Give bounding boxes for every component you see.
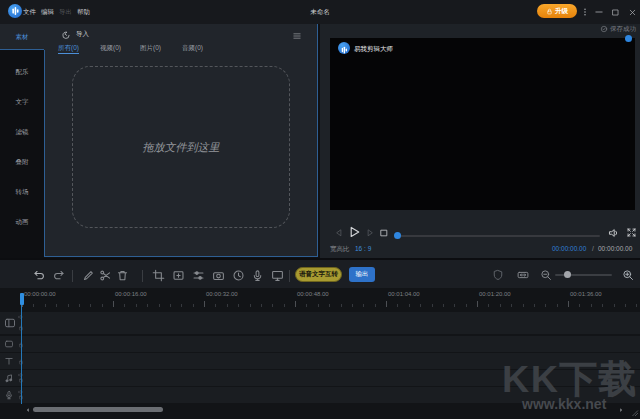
- duration-button[interactable]: [232, 269, 245, 282]
- playhead-line: [21, 305, 22, 404]
- ruler-tick: [68, 304, 69, 307]
- ruler-tick: [568, 301, 569, 307]
- import-button[interactable]: 导入: [76, 28, 89, 40]
- dropzone[interactable]: 拖放文件到这里: [72, 66, 290, 228]
- edit-button[interactable]: [82, 269, 95, 282]
- media-tab-1[interactable]: 所有(0): [58, 43, 79, 54]
- ruler-tick: [409, 304, 410, 307]
- resize-grip-icon[interactable]: [629, 407, 639, 417]
- redo-button[interactable]: [52, 269, 65, 282]
- record-screen-button[interactable]: [271, 269, 284, 282]
- undo-button[interactable]: [33, 269, 46, 282]
- shield-button[interactable]: [492, 269, 504, 281]
- zoom-button[interactable]: [172, 269, 185, 282]
- timeline: 00:00:00.0000:00:16.0000:00:32.0000:00:4…: [0, 288, 640, 419]
- ruler-tick: [545, 304, 546, 307]
- ruler-tick: [443, 304, 444, 307]
- ruler-tick: [90, 304, 91, 307]
- preview-logo-icon: [338, 42, 350, 54]
- seek-handle[interactable]: [394, 232, 401, 239]
- next-frame-icon[interactable]: [365, 228, 375, 238]
- media-tab-4[interactable]: 音频(0): [182, 43, 203, 54]
- minimize-icon[interactable]: [593, 0, 605, 24]
- upgrade-button[interactable]: 升级: [537, 4, 577, 18]
- seek-bar[interactable]: [395, 235, 600, 237]
- fullscreen-icon[interactable]: [626, 227, 637, 238]
- crop-button[interactable]: [152, 269, 165, 282]
- zoom-in-button[interactable]: [622, 269, 634, 281]
- close-icon[interactable]: [626, 0, 638, 24]
- sidebar-item-6[interactable]: 转场: [0, 187, 44, 196]
- ruler-tick: [397, 304, 398, 307]
- ruler-tick: [147, 304, 148, 307]
- speech-text-button[interactable]: 语音文字互转: [295, 267, 342, 282]
- resize-handle-dot[interactable]: [625, 35, 632, 42]
- ruler-label: 00:01:36.00: [570, 291, 602, 297]
- ruler-tick: [557, 304, 558, 307]
- menu-1[interactable]: 文件: [23, 0, 36, 24]
- sidebar-item-2[interactable]: 配乐: [0, 67, 44, 76]
- ruler-tick: [454, 304, 455, 307]
- ruler-tick: [33, 304, 34, 307]
- preview-logo-text: 易我剪辑大师: [354, 45, 393, 54]
- ruler-tick: [636, 304, 637, 307]
- sidebar-item-4[interactable]: 滤镜: [0, 127, 44, 136]
- menu-3: 导出: [59, 0, 72, 24]
- play-icon[interactable]: [347, 225, 361, 239]
- more-menu-icon[interactable]: [580, 0, 590, 24]
- adjust-button[interactable]: [192, 269, 205, 282]
- lock-icon: [546, 8, 553, 15]
- scrollbar-thumb[interactable]: [33, 407, 163, 412]
- time-current: 00:00:00.00: [552, 244, 586, 254]
- ruler-tick: [363, 304, 364, 307]
- fit-timeline-button[interactable]: [517, 269, 529, 281]
- list-view-icon[interactable]: [292, 31, 302, 41]
- voiceover-button[interactable]: [251, 269, 264, 282]
- ruler-tick: [124, 304, 125, 307]
- delete-button[interactable]: [116, 269, 129, 282]
- export-button[interactable]: 输出: [349, 267, 375, 282]
- save-status: 保存成功: [600, 24, 636, 34]
- sidebar-item-1[interactable]: 素材: [0, 24, 44, 50]
- ruler-tick: [466, 304, 467, 307]
- media-tab-3[interactable]: 图片(0): [140, 43, 161, 54]
- voiceover-track-icon: [4, 390, 14, 400]
- ruler-tick: [170, 304, 171, 307]
- sidebar-item-3[interactable]: 文字: [0, 97, 44, 106]
- ruler-tick: [534, 304, 535, 307]
- prev-frame-icon[interactable]: [334, 228, 344, 238]
- aspect-ratio-value[interactable]: 16 : 9: [355, 244, 371, 254]
- media-tab-2[interactable]: 视频(0): [100, 43, 121, 54]
- volume-icon[interactable]: [608, 227, 620, 239]
- scroll-left-icon[interactable]: [25, 407, 31, 413]
- ruler-tick: [488, 304, 489, 307]
- scroll-right-icon[interactable]: [618, 407, 624, 413]
- ruler-tick: [284, 304, 285, 307]
- ruler-tick: [204, 301, 205, 307]
- sidebar-item-5[interactable]: 叠附: [0, 157, 44, 166]
- split-button[interactable]: [99, 269, 112, 282]
- time-total: 00:00:00.00: [598, 244, 632, 254]
- ruler-tick: [375, 304, 376, 307]
- time-separator: /: [592, 244, 594, 254]
- dropzone-text: 拖放文件到这里: [143, 140, 220, 155]
- video-track-icon: [4, 317, 16, 329]
- ruler-tick: [45, 304, 46, 307]
- stop-icon[interactable]: [379, 228, 389, 238]
- snapshot-button[interactable]: [212, 269, 225, 282]
- ruler-tick: [215, 304, 216, 307]
- ruler-label: 00:01:04.00: [388, 291, 420, 297]
- music-track-icon: [4, 373, 14, 383]
- maximize-icon[interactable]: [609, 0, 621, 24]
- video-track[interactable]: [0, 312, 640, 334]
- video-preview[interactable]: 易我剪辑大师: [330, 38, 635, 210]
- pip-track[interactable]: [0, 336, 640, 352]
- menu-2[interactable]: 编辑: [41, 0, 54, 24]
- playhead-handle[interactable]: [20, 293, 24, 305]
- ruler-tick: [386, 301, 387, 307]
- zoom-out-button[interactable]: [540, 269, 552, 281]
- timeline-zoom-handle[interactable]: [564, 271, 571, 278]
- menu-4[interactable]: 帮助: [77, 0, 90, 24]
- ruler-tick: [602, 304, 603, 307]
- sidebar-item-7[interactable]: 动画: [0, 217, 44, 226]
